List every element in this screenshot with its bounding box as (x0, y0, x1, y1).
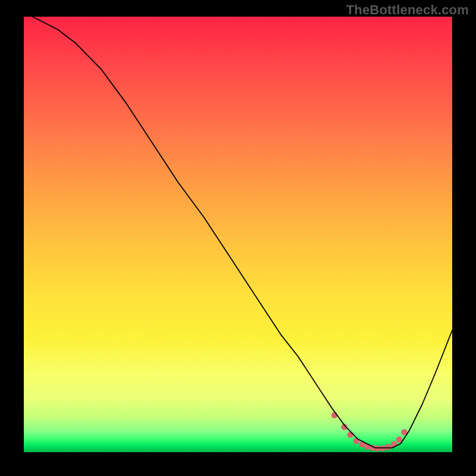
bottleneck-curve (24, 12, 452, 448)
marker-dot (353, 438, 359, 444)
marker-dot (396, 437, 402, 443)
chart-frame: TheBottleneck.com (0, 0, 476, 476)
plot-area (24, 17, 452, 452)
marker-dot (385, 444, 391, 450)
marker-dot (347, 432, 353, 438)
plot-svg (24, 17, 452, 452)
watermark-text: TheBottleneck.com (346, 2, 469, 18)
